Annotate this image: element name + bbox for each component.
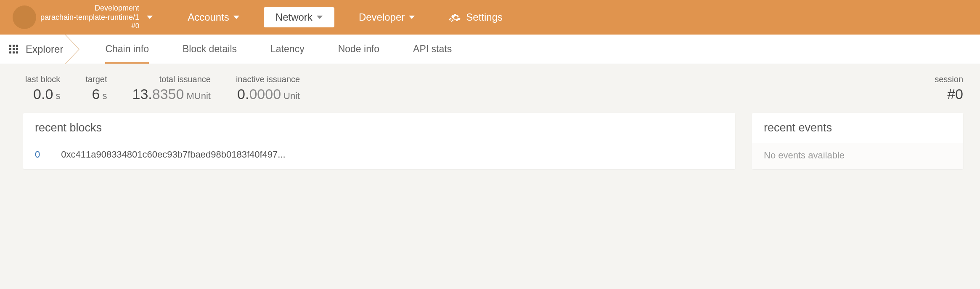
stat-value: 13.8350 [132, 86, 184, 102]
block-hash: 0xc411a908334801c60ec93b7fbaed98b0183f40… [61, 149, 285, 160]
nav-network-label: Network [275, 11, 313, 23]
top-header: Development parachain-template-runtime/1… [0, 0, 980, 35]
stat-unit: Unit [283, 91, 300, 102]
recent-events-panel: recent events No events available [752, 113, 963, 169]
chevron-down-icon [147, 16, 153, 19]
stat-session: session #0 [922, 75, 963, 102]
grid-icon [9, 45, 18, 54]
stat-target: target 6 s [73, 75, 119, 102]
tab-api-stats-label: API stats [413, 43, 452, 55]
explorer-label: Explorer [26, 43, 63, 55]
node-runtime: parachain-template-runtime/1 [40, 13, 139, 22]
stat-unit: s [103, 91, 107, 102]
chevron-separator-icon [63, 35, 88, 64]
tab-block-details[interactable]: Block details [166, 35, 254, 64]
logo-icon [13, 5, 36, 29]
panel-title: recent blocks [23, 113, 735, 143]
chevron-down-icon [317, 16, 323, 19]
gear-icon [451, 13, 462, 22]
tab-chain-info[interactable]: Chain info [88, 35, 166, 64]
stat-label: target [85, 75, 107, 84]
tab-latency-label: Latency [270, 43, 305, 55]
tab-node-info-label: Node info [338, 43, 379, 55]
stats-row: last block 0.0 s target 6 s total issuan… [0, 64, 980, 113]
stat-unit: MUnit [186, 91, 210, 102]
nav-developer-label: Developer [359, 11, 405, 23]
stat-value: #0 [947, 86, 963, 102]
recent-blocks-panel: recent blocks 0 0xc411a908334801c60ec93b… [23, 113, 735, 169]
block-number[interactable]: 0 [35, 149, 40, 160]
nav-network[interactable]: Network [264, 7, 334, 27]
tab-api-stats[interactable]: API stats [396, 35, 469, 64]
sub-tabs: Explorer Chain info Block details Latenc… [0, 35, 980, 64]
node-env: Development [95, 4, 139, 13]
stat-last-block: last block 0.0 s [25, 75, 73, 102]
stat-unit: s [56, 91, 60, 102]
events-empty-text: No events available [752, 143, 963, 169]
node-block: #0 [131, 22, 139, 30]
chevron-down-icon [233, 16, 239, 19]
tab-block-details-label: Block details [183, 43, 237, 55]
nav-developer[interactable]: Developer [347, 7, 426, 27]
chevron-down-icon [409, 16, 415, 19]
stat-total-issuance: total issuance 13.8350 MUnit [120, 75, 223, 102]
nav-accounts-label: Accounts [188, 11, 229, 23]
tab-latency[interactable]: Latency [254, 35, 321, 64]
stat-value: 6 [92, 86, 100, 102]
stat-value: 0.0000 [237, 86, 281, 102]
block-row[interactable]: 0 0xc411a908334801c60ec93b7fbaed98b0183f… [23, 143, 735, 168]
stat-label: session [935, 75, 963, 84]
stat-label: total issuance [159, 75, 211, 84]
nav-accounts[interactable]: Accounts [176, 7, 251, 27]
tab-node-info[interactable]: Node info [321, 35, 396, 64]
stat-label: inactive issuance [236, 75, 300, 84]
stat-inactive-issuance: inactive issuance 0.0000 Unit [223, 75, 313, 102]
panel-title: recent events [752, 113, 963, 143]
nav-settings[interactable]: Settings [439, 7, 514, 27]
stat-label: last block [25, 75, 60, 84]
explorer-heading[interactable]: Explorer [9, 35, 88, 64]
stat-value: 0.0 [33, 86, 53, 102]
node-selector[interactable]: Development parachain-template-runtime/1… [40, 4, 153, 31]
panels: recent blocks 0 0xc411a908334801c60ec93b… [0, 113, 980, 169]
tab-chain-info-label: Chain info [105, 43, 149, 55]
nav-settings-label: Settings [466, 11, 503, 23]
